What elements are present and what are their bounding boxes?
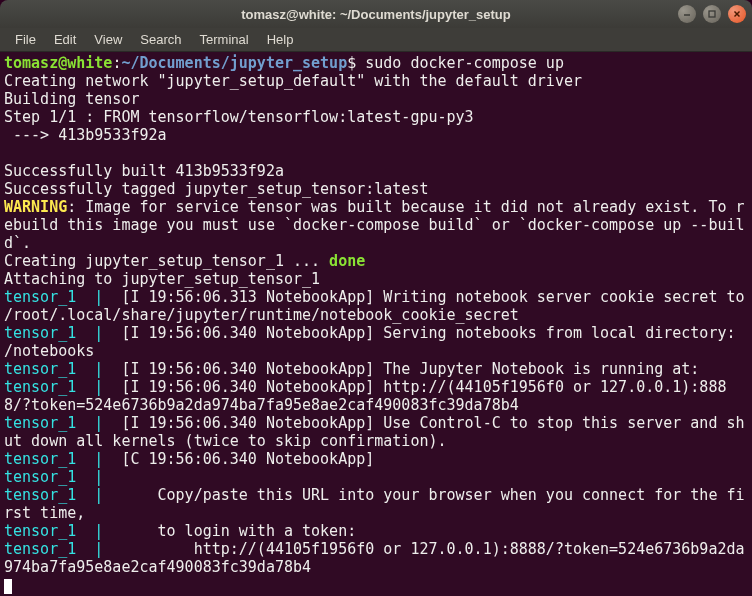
prompt-dollar: $: [347, 54, 365, 72]
output-line: Creating jupyter_setup_tensor_1 ...: [4, 252, 329, 270]
window-titlebar[interactable]: tomasz@white: ~/Documents/jupyter_setup: [0, 0, 752, 28]
cursor: [4, 579, 12, 594]
output-line: Creating network "jupyter_setup_default"…: [4, 72, 582, 90]
pipe-separator: |: [76, 468, 112, 486]
pipe-separator: |: [76, 288, 112, 306]
container-prefix: tensor_1: [4, 450, 76, 468]
minimize-button[interactable]: [678, 5, 696, 23]
maximize-button[interactable]: [703, 5, 721, 23]
log-line: [I 19:56:06.340 NotebookApp] http://(441…: [4, 378, 726, 414]
log-line: [I 19:56:06.313 NotebookApp] Writing not…: [4, 288, 752, 324]
container-prefix: tensor_1: [4, 486, 76, 504]
pipe-separator: |: [76, 540, 112, 558]
maximize-icon: [707, 9, 717, 19]
pipe-separator: |: [76, 522, 112, 540]
window-title: tomasz@white: ~/Documents/jupyter_setup: [241, 7, 510, 22]
menu-bar: File Edit View Search Terminal Help: [0, 28, 752, 52]
warning-label: WARNING: [4, 198, 67, 216]
terminal-output[interactable]: tomasz@white:~/Documents/jupyter_setup$ …: [0, 52, 752, 596]
minimize-icon: [682, 9, 692, 19]
log-line: [I 19:56:06.340 NotebookApp] Serving not…: [4, 324, 745, 360]
pipe-separator: |: [76, 324, 112, 342]
close-button[interactable]: [728, 5, 746, 23]
command-text: sudo docker-compose up: [365, 54, 564, 72]
log-line: [C 19:56:06.340 NotebookApp]: [112, 450, 383, 468]
container-prefix: tensor_1: [4, 288, 76, 306]
svg-rect-1: [709, 11, 715, 17]
menu-search[interactable]: Search: [131, 29, 190, 50]
close-icon: [732, 9, 742, 19]
log-line: [I 19:56:06.340 NotebookApp] The Jupyter…: [112, 360, 699, 378]
log-line: Copy/paste this URL into your browser wh…: [4, 486, 745, 522]
menu-file[interactable]: File: [6, 29, 45, 50]
container-prefix: tensor_1: [4, 540, 76, 558]
output-line: Attaching to jupyter_setup_tensor_1: [4, 270, 320, 288]
container-prefix: tensor_1: [4, 324, 76, 342]
pipe-separator: |: [76, 414, 112, 432]
container-prefix: tensor_1: [4, 360, 76, 378]
container-prefix: tensor_1: [4, 522, 76, 540]
menu-terminal[interactable]: Terminal: [191, 29, 258, 50]
menu-edit[interactable]: Edit: [45, 29, 85, 50]
menu-help[interactable]: Help: [258, 29, 303, 50]
container-prefix: tensor_1: [4, 468, 76, 486]
output-line: ---> 413b9533f92a: [4, 126, 167, 144]
warning-text: : Image for service tensor was built bec…: [4, 198, 745, 252]
pipe-separator: |: [76, 378, 112, 396]
output-line: Successfully tagged jupyter_setup_tensor…: [4, 180, 428, 198]
pipe-separator: |: [76, 360, 112, 378]
log-line: to login with a token:: [112, 522, 356, 540]
terminal-window: tomasz@white: ~/Documents/jupyter_setup …: [0, 0, 752, 596]
done-text: done: [329, 252, 365, 270]
log-line: http://(44105f1956f0 or 127.0.0.1):8888/…: [4, 540, 745, 576]
pipe-separator: |: [76, 450, 112, 468]
menu-view[interactable]: View: [85, 29, 131, 50]
log-line: [I 19:56:06.340 NotebookApp] Use Control…: [4, 414, 745, 450]
output-line: Successfully built 413b9533f92a: [4, 162, 284, 180]
prompt-path: ~/Documents/jupyter_setup: [121, 54, 347, 72]
output-line: Building tensor: [4, 90, 139, 108]
prompt-userhost: tomasz@white: [4, 54, 112, 72]
container-prefix: tensor_1: [4, 378, 76, 396]
log-line: [112, 468, 121, 486]
output-line: Step 1/1 : FROM tensorflow/tensorflow:la…: [4, 108, 474, 126]
container-prefix: tensor_1: [4, 414, 76, 432]
window-controls: [678, 5, 746, 23]
pipe-separator: |: [76, 486, 112, 504]
